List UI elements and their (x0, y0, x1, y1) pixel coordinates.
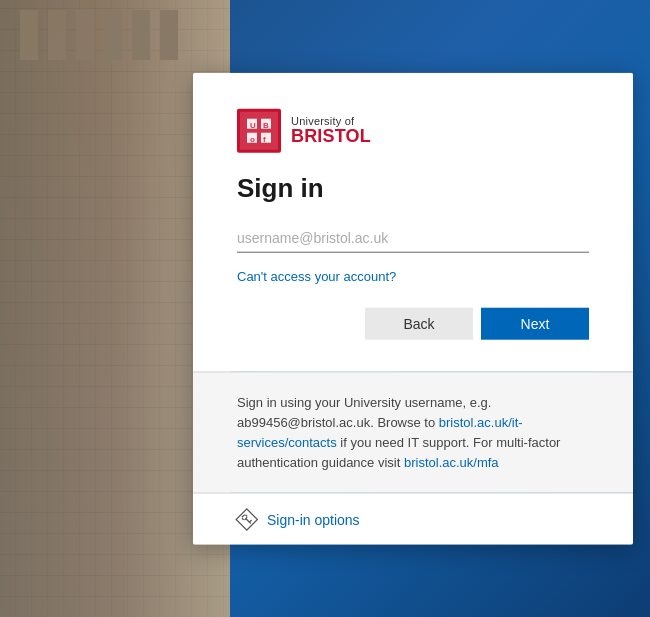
svg-rect-2 (261, 118, 271, 128)
sign-in-options-row[interactable]: ⚿ Sign-in options (193, 493, 633, 545)
key-icon: ⚿ (232, 504, 262, 534)
bristol-label: BRISTOL (291, 126, 371, 146)
mfa-link[interactable]: bristol.ac.uk/mfa (404, 455, 499, 470)
logo-area: U B o f University of BRISTOL (237, 108, 589, 152)
svg-text:f: f (263, 134, 266, 143)
svg-text:U: U (250, 120, 256, 129)
svg-text:B: B (263, 120, 269, 129)
modal-info: Sign in using your University username, … (193, 371, 633, 493)
bristol-logo-icon: U B o f (237, 108, 281, 152)
svg-text:o: o (250, 134, 255, 143)
svg-rect-1 (247, 118, 257, 128)
sign-in-options-label: Sign-in options (267, 511, 360, 527)
battlements (20, 0, 200, 80)
svg-rect-0 (243, 114, 275, 146)
svg-rect-3 (247, 132, 257, 142)
login-modal: U B o f University of BRISTOL Sign in Ca… (193, 72, 633, 545)
button-row: Back Next (237, 307, 589, 339)
next-button[interactable]: Next (481, 307, 589, 339)
cant-access-link[interactable]: Can't access your account? (237, 268, 589, 283)
email-input[interactable] (237, 223, 589, 252)
svg-rect-4 (261, 132, 271, 142)
logo-text: University of BRISTOL (291, 114, 371, 146)
modal-main: U B o f University of BRISTOL Sign in Ca… (193, 72, 633, 371)
back-button[interactable]: Back (365, 307, 473, 339)
sign-in-title: Sign in (237, 172, 589, 203)
